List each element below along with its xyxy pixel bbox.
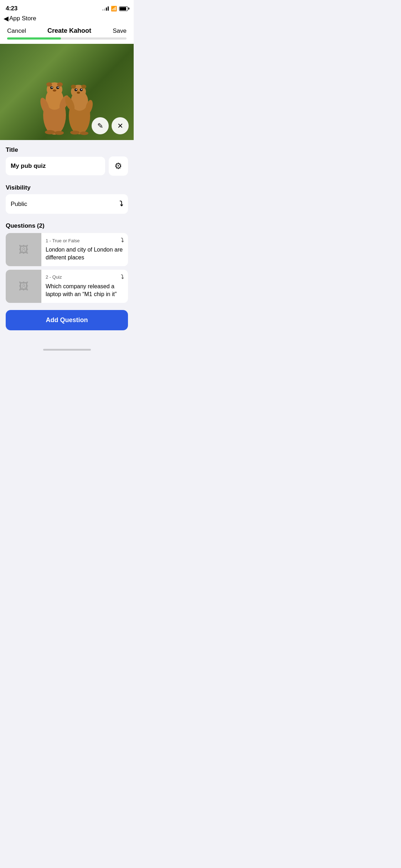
question-type-2: 2 - Quiz (46, 274, 62, 280)
question-text-2: Which company released a laptop with an … (46, 283, 124, 299)
add-question-button[interactable]: Add Question (6, 310, 128, 330)
svg-point-7 (51, 87, 52, 88)
chevron-down-icon: ⤵ (119, 200, 123, 208)
edit-pencil-icon: ✎ (97, 122, 103, 130)
battery-icon (119, 6, 128, 11)
thumbnail-placeholder-icon-2: 🖼 (19, 280, 29, 292)
settings-button[interactable]: ⚙ (109, 156, 128, 176)
cancel-button[interactable]: Cancel (7, 27, 26, 35)
home-bar (43, 349, 91, 351)
question-body-2: 2 - Quiz ⤵ Which company released a lapt… (41, 270, 128, 303)
page-title: Create Kahoot (47, 27, 91, 35)
svg-point-8 (57, 87, 58, 88)
status-bar: 4:23 📶 (0, 0, 134, 14)
thumbnail-placeholder-icon: 🖼 (19, 244, 29, 255)
svg-point-20 (81, 89, 82, 90)
svg-point-21 (77, 92, 80, 94)
svg-point-24 (45, 130, 55, 134)
progress-bar-container (0, 37, 134, 44)
visibility-label: Visibility (6, 184, 128, 191)
visibility-value: Public (11, 201, 27, 208)
cover-image: ✎ ✕ (0, 44, 134, 140)
question-card-1[interactable]: 🖼 1 - True or False ⤵ London and city of… (6, 233, 128, 266)
svg-point-15 (71, 85, 76, 89)
svg-point-26 (70, 131, 79, 135)
title-input[interactable] (6, 157, 105, 175)
svg-point-16 (81, 85, 86, 89)
svg-point-25 (55, 131, 64, 135)
remove-image-button[interactable]: ✕ (112, 117, 129, 134)
question-meta-1: 1 - True or False ⤵ (46, 237, 124, 244)
question-expand-icon-2[interactable]: ⤵ (121, 274, 124, 280)
svg-point-3 (46, 82, 52, 87)
save-button[interactable]: Save (113, 27, 127, 35)
question-expand-icon-1[interactable]: ⤵ (121, 237, 124, 244)
question-card-2[interactable]: 🖼 2 - Quiz ⤵ Which company released a la… (6, 270, 128, 303)
question-body-1: 1 - True or False ⤵ London and city of L… (41, 233, 128, 266)
progress-bar-track (7, 37, 127, 40)
question-meta-2: 2 - Quiz ⤵ (46, 274, 124, 280)
questions-label: Questions (2) (6, 222, 128, 229)
back-label[interactable]: App Store (9, 15, 36, 22)
home-indicator (0, 345, 134, 353)
question-type-1: 1 - True or False (46, 238, 79, 243)
wifi-icon: 📶 (111, 6, 117, 11)
title-row: ⚙ (6, 156, 128, 176)
question-thumbnail-1: 🖼 (6, 233, 41, 266)
svg-point-19 (76, 89, 77, 90)
status-icons: 📶 (102, 6, 128, 11)
svg-point-27 (80, 131, 88, 135)
gear-icon: ⚙ (114, 161, 122, 171)
close-icon: ✕ (117, 122, 123, 130)
edit-image-button[interactable]: ✎ (92, 117, 109, 134)
signal-icon (102, 6, 109, 11)
header: Cancel Create Kahoot Save (0, 22, 134, 37)
progress-bar-fill (7, 37, 61, 40)
svg-point-4 (57, 82, 63, 87)
content-area: Title ⚙ Visibility Public ⤵ Questions (2… (0, 140, 134, 345)
svg-point-9 (53, 89, 56, 92)
visibility-dropdown[interactable]: Public ⤵ (6, 194, 128, 214)
question-thumbnail-2: 🖼 (6, 270, 41, 303)
question-text-1: London and city of London are different … (46, 246, 124, 262)
title-label: Title (6, 146, 128, 154)
back-nav: ◀ App Store (0, 14, 134, 22)
back-arrow-icon: ◀ (4, 15, 9, 22)
status-time: 4:23 (6, 5, 17, 12)
